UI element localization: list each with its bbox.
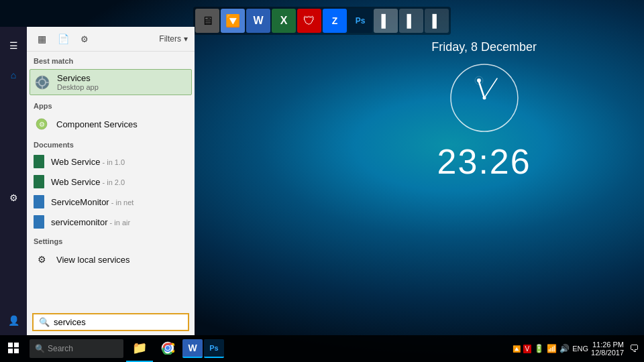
start-button[interactable] bbox=[0, 335, 27, 362]
services-subtitle: Desktop app bbox=[57, 83, 99, 91]
svg-point-20 bbox=[165, 345, 170, 351]
clock-time: 11:26 PM bbox=[592, 341, 624, 349]
digital-time: 23:26 bbox=[431, 141, 537, 182]
taskbar-search-icon: 🔍 bbox=[35, 344, 45, 353]
excel-icon[interactable]: X bbox=[272, 9, 296, 33]
desktop-date: Friday, 8 December bbox=[431, 40, 537, 54]
svg-point-18 bbox=[162, 342, 174, 354]
search-results: Best match Services bbox=[27, 52, 195, 309]
servicemonitor-air-label: servicemonitor - in air bbox=[51, 217, 130, 227]
zalo-icon[interactable]: Z bbox=[323, 9, 347, 33]
search-panel: ▦ 📄 ⚙ Filters ▾ Best match bbox=[27, 27, 195, 335]
funnel-icon[interactable]: 🔽 bbox=[221, 9, 245, 33]
apps-header: Apps bbox=[27, 97, 195, 113]
view-local-services-item[interactable]: ⚙ View local services bbox=[27, 248, 195, 271]
servicemonitor-net-label: ServiceMonitor - in net bbox=[51, 197, 133, 207]
volume-icon[interactable]: 🔊 bbox=[559, 344, 570, 353]
bar1-icon[interactable]: ▌ bbox=[374, 9, 398, 33]
clock: 11:26 PM 12/8/2017 bbox=[591, 341, 624, 357]
hamburger-icon[interactable]: ☰ bbox=[1, 34, 25, 58]
document-panel-icon[interactable]: 📄 bbox=[55, 31, 71, 47]
photoshop-icon[interactable]: Ps bbox=[348, 9, 372, 33]
search-input[interactable] bbox=[54, 317, 182, 327]
desktop: 🖥 🔽 W X 🛡 Z Ps ▌ ▌ ▌ Friday, 8 December bbox=[0, 0, 644, 362]
user-sidebar-icon[interactable]: 👤 bbox=[1, 308, 25, 333]
word-icon[interactable]: W bbox=[246, 9, 270, 33]
file-explorer-taskbar-icon[interactable]: 📁 bbox=[126, 335, 153, 362]
vietkey-icon[interactable]: V bbox=[523, 345, 532, 353]
ps-taskbar-icon[interactable]: Ps bbox=[204, 339, 224, 358]
svg-point-19 bbox=[164, 344, 172, 352]
svg-rect-16 bbox=[8, 349, 13, 353]
search-panel-top: ▦ 📄 ⚙ Filters ▾ bbox=[27, 27, 195, 52]
documents-header: Documents bbox=[27, 135, 195, 152]
taskbar-search[interactable]: 🔍 Search bbox=[30, 339, 123, 358]
gear-panel-icon[interactable]: ⚙ bbox=[76, 31, 93, 47]
settings-header: Settings bbox=[27, 232, 195, 248]
services-icon bbox=[34, 74, 50, 90]
servicemonitor-net-item[interactable]: ServiceMonitor - in net bbox=[27, 192, 195, 212]
best-match-item[interactable]: Services Desktop app bbox=[30, 69, 192, 95]
taskbar-icons: 📁 W Ps bbox=[123, 335, 227, 362]
taskbar: 🔍 Search 📁 W Ps 🔼 V bbox=[0, 335, 644, 362]
svg-rect-15 bbox=[14, 343, 19, 347]
webservice-2-label: Web Service - in 2.0 bbox=[51, 177, 125, 187]
chrome-taskbar-icon[interactable] bbox=[154, 335, 181, 362]
top-bar: 🖥 🔽 W X 🛡 Z Ps ▌ ▌ ▌ bbox=[193, 7, 451, 35]
taskbar-search-text: Search bbox=[48, 344, 73, 353]
guard-icon[interactable]: 🛡 bbox=[297, 9, 321, 33]
servicemonitor-net-icon bbox=[34, 195, 44, 208]
bar3-icon[interactable]: ▌ bbox=[425, 9, 449, 33]
best-match-header: Best match bbox=[27, 52, 195, 68]
webservice-2-item[interactable]: Web Service - in 2.0 bbox=[27, 172, 195, 192]
svg-point-4 bbox=[477, 78, 481, 82]
notification-icon[interactable]: 🗨 bbox=[629, 343, 639, 354]
clock-date: 12/8/2017 bbox=[591, 349, 624, 357]
search-box: 🔍 bbox=[32, 313, 189, 331]
word-taskbar-icon[interactable]: W bbox=[182, 339, 203, 358]
webservice-1-item[interactable]: Web Service - in 1.0 bbox=[27, 152, 195, 172]
svg-point-3 bbox=[482, 97, 486, 100]
component-services-label: Component Services bbox=[56, 119, 138, 129]
webservice-1-label: Web Service - in 1.0 bbox=[51, 157, 125, 167]
network-icon[interactable]: 📶 bbox=[547, 344, 557, 353]
servicemonitor-air-icon bbox=[34, 215, 44, 229]
view-local-services-icon: ⚙ bbox=[34, 251, 50, 267]
component-services-icon: ⚙ bbox=[34, 116, 50, 132]
svg-text:⚙: ⚙ bbox=[39, 121, 45, 128]
language-indicator[interactable]: ENG bbox=[572, 345, 588, 353]
settings-sidebar-icon[interactable]: ⚙ bbox=[1, 186, 25, 210]
view-local-services-label: View local services bbox=[56, 255, 130, 265]
svg-point-21 bbox=[166, 346, 170, 350]
grid-panel-icon[interactable]: ▦ bbox=[34, 31, 50, 47]
search-icon: 🔍 bbox=[39, 317, 50, 327]
component-services-item[interactable]: ⚙ Component Services bbox=[27, 113, 195, 135]
svg-line-2 bbox=[484, 78, 497, 98]
bar2-icon[interactable]: ▌ bbox=[399, 9, 423, 33]
filters-chevron: ▾ bbox=[184, 34, 188, 44]
servicemonitor-air-item[interactable]: servicemonitor - in air bbox=[27, 212, 195, 232]
desktop-clock: Friday, 8 December 23:26 bbox=[431, 40, 537, 182]
battery-icon[interactable]: 🔋 bbox=[534, 344, 544, 353]
monitor-icon[interactable]: 🖥 bbox=[195, 9, 219, 33]
tray-arrow-icon[interactable]: 🔼 bbox=[513, 345, 521, 353]
taskbar-right: 🔼 V 🔋 📶 🔊 ENG 11:26 PM 12/8/2017 🗨 bbox=[507, 341, 644, 357]
webservice-1-icon bbox=[34, 155, 44, 168]
sidebar: ☰ ⌂ ⚙ 👤 bbox=[0, 27, 27, 335]
home-sidebar-icon[interactable]: ⌂ bbox=[1, 63, 25, 87]
svg-line-1 bbox=[478, 80, 484, 98]
services-title: Services bbox=[57, 73, 99, 83]
filters-label: Filters bbox=[159, 34, 181, 44]
analog-clock bbox=[447, 61, 521, 135]
filters-button[interactable]: Filters ▾ bbox=[159, 34, 188, 44]
start-menu: ☰ ⌂ ⚙ 👤 ▦ 📄 ⚙ Filters ▾ Best match bbox=[0, 27, 195, 335]
webservice-2-icon bbox=[34, 175, 44, 188]
svg-rect-14 bbox=[8, 343, 13, 347]
svg-rect-17 bbox=[14, 349, 19, 353]
services-result-text: Services Desktop app bbox=[57, 73, 99, 91]
